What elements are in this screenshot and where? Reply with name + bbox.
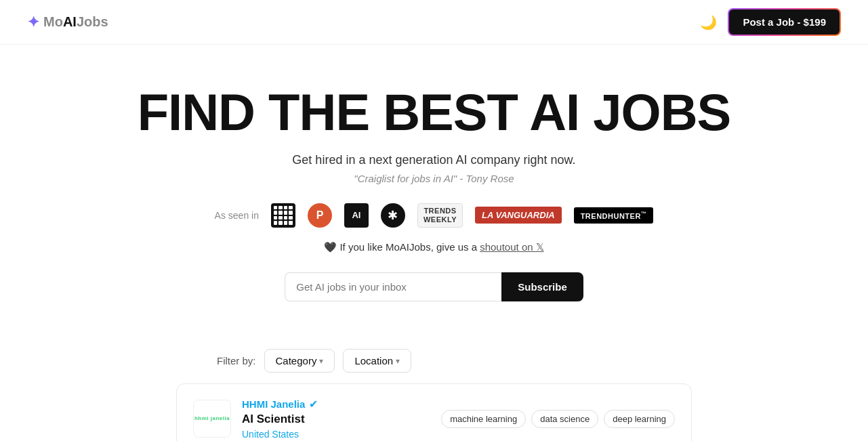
hhmi-verified-icon: ✔ — [309, 398, 318, 411]
logo-mo: Mo — [43, 14, 63, 29]
jobs-container: hhmi janelia HHMI Janelia ✔ AI Scientist… — [0, 383, 868, 441]
tag-deep-learning[interactable]: deep learning — [604, 410, 675, 428]
category-filter-label: Category — [276, 355, 317, 366]
hhmi-company-name: HHMI Janelia — [242, 398, 305, 410]
brand-asterisk-icon: ✱ — [381, 203, 405, 228]
shoutout-prefix: 🖤 If you like MoAIJobs, give us a — [324, 241, 477, 253]
dark-mode-toggle[interactable]: 🌙 — [700, 14, 717, 30]
hhmi-job-info: HHMI Janelia ✔ AI Scientist United State… — [242, 398, 318, 440]
brand-moai-icon — [271, 203, 295, 228]
email-input[interactable] — [285, 272, 501, 301]
category-filter-button[interactable]: Category ▾ — [264, 349, 335, 373]
tag-data-science[interactable]: data science — [531, 410, 598, 428]
brand-trendsweekly-icon: TRENDSWEEKLY — [417, 203, 463, 228]
hhmi-job-location: United States — [242, 429, 318, 440]
logo[interactable]: ✦ MoAIJobs — [27, 14, 108, 31]
shoutout-link[interactable]: shoutout on 𝕏 — [480, 241, 544, 253]
hhmi-job-tags: machine learning data science deep learn… — [441, 410, 675, 428]
brand-producthunt-icon: P — [308, 203, 332, 228]
logo-jobs: Jobs — [77, 14, 108, 29]
hero-quote: "Craiglist for jobs in AI" - Tony Rose — [14, 173, 854, 184]
subscribe-button[interactable]: Subscribe — [501, 272, 583, 301]
location-chevron-icon: ▾ — [396, 356, 400, 366]
post-job-button[interactable]: Post a Job - $199 — [728, 8, 841, 36]
location-filter-label: Location — [354, 355, 393, 366]
logo-text: MoAIJobs — [43, 14, 108, 30]
hhmi-logo: hhmi janelia — [193, 400, 231, 438]
header: ✦ MoAIJobs 🌙 Post a Job - $199 — [0, 0, 868, 45]
filter-row: Filter by: Category ▾ Location ▾ — [0, 349, 868, 383]
hhmi-job-title: AI Scientist — [242, 413, 318, 426]
hero-subtitle: Get hired in a next generation AI compan… — [14, 153, 854, 167]
shoutout-bar: 🖤 If you like MoAIJobs, give us a shouto… — [14, 241, 854, 253]
as-seen-in-row: As seen in P AI ✱ TRENDSWEEKLY LA VANGUA… — [14, 203, 854, 228]
hero-section: FIND THE BEST AI JOBS Get hired in a nex… — [0, 45, 868, 349]
header-right: 🌙 Post a Job - $199 — [700, 8, 841, 36]
brand-lavanguardia-icon: LA VANGUARDIA — [475, 207, 562, 224]
logo-star-icon: ✦ — [27, 14, 39, 31]
category-chevron-icon: ▾ — [319, 356, 323, 366]
logo-ai: AI — [63, 14, 77, 29]
brand-ai-icon: AI — [344, 203, 369, 228]
as-seen-label: As seen in — [215, 210, 259, 221]
filter-label: Filter by: — [217, 355, 256, 366]
hero-title: FIND THE BEST AI JOBS — [14, 85, 854, 140]
job-card-hhmi[interactable]: hhmi janelia HHMI Janelia ✔ AI Scientist… — [176, 383, 692, 441]
tag-machine-learning[interactable]: machine learning — [441, 410, 526, 428]
brand-trendhunter-icon: TRENDHUNTER™ — [574, 207, 654, 224]
subscribe-row: Subscribe — [14, 272, 854, 301]
location-filter-button[interactable]: Location ▾ — [343, 349, 411, 373]
